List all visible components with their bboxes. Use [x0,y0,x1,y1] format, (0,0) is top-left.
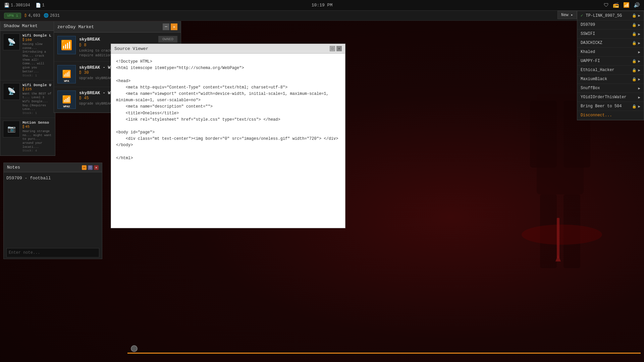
bottom-orange-line [127,353,641,354]
wifi-icon[interactable]: 📶 [623,2,630,8]
vpn-badge[interactable]: VPN 1 [4,13,21,19]
item-desc-3: Hearing strange no... might want to purc… [22,130,52,149]
btc-icon-item2: ₿ [22,87,24,92]
source-line-5: <meta name="viewport" content="width=dev… [116,91,340,104]
volume-icon[interactable]: 🔊 [634,2,640,8]
bottom-indicator [131,345,138,352]
item-info-2: Wifi Dongle U ₿ 225 Want the BEST of t..… [22,83,52,115]
shield-icon[interactable]: 🛡 [604,2,609,8]
checkmark-icon: ✓ [581,13,583,18]
wifi-name-1: D59709 [581,22,595,27]
source-line-10: <div class="mt text-center"><img border=… [116,136,340,142]
wifi-item-left-9: YOidIOrderThisWater [581,95,627,100]
notes-maximize-button[interactable]: □ [88,165,93,170]
notes-window: Notes — □ ✕ D59709 - football [3,163,102,259]
item-name-1: Wifi Dongle L [22,34,52,38]
btc-icon-1: ₿ [24,13,27,18]
wifi-icons-2: 🔒 ▶ [632,32,640,36]
source-viewer-title: Source Viewer [114,46,148,51]
list-item[interactable]: Bring Beer to 504 🔒 ▶ [577,102,644,111]
source-line-4: <meta http-equiv="Content-Type" content=… [116,84,340,91]
lock-icon-5: 🔒 [632,59,637,63]
list-item[interactable]: SSWIFI 🔒 ▶ [577,29,644,39]
item-stock-3: Stock: 4 [22,149,52,153]
list-item[interactable]: 📡 Wifi Dongle U ₿ 225 Want the BEST of t… [0,80,55,118]
notes-body: D59709 - football [4,172,102,246]
item-desc-2: Want the BEST of t... Level 3 Wifi Dongl… [22,92,52,112]
zd-item-icon-3: 📶 WPA2 [57,90,76,109]
shadow-market-title: Shadow Market [4,23,38,28]
wifi-icons-8: ▶ [638,86,640,90]
item-stock-1: Stock: 1 [22,74,52,77]
radio-icon[interactable]: 📻 [613,2,619,8]
notes-input-area[interactable] [4,246,102,259]
svg-point-0 [540,50,580,97]
svg-point-6 [522,225,602,245]
item-price-2: ₿ 225 [22,87,52,92]
lock-icon-6: 🔒 [632,68,637,72]
btc-icon-item3: ₿ [22,125,24,129]
source-line-9: <body id="page"> [116,129,340,136]
close-button-source[interactable]: ✕ [336,46,342,51]
wifi-name-7: MaxiumBlack [581,77,607,81]
item-name-3: Motion Senso [22,121,52,125]
item-info-3: Motion Senso ₿ 45 Hearing strange no... … [22,121,52,153]
notes-close-button[interactable]: ✕ [94,165,99,170]
notes-title: Notes [7,165,20,170]
item-price-3: ₿ 45 [22,125,52,129]
zeroday-window-controls: — ✕ [163,23,177,30]
owned-button[interactable]: OWNED [158,36,177,43]
list-item[interactable]: YOidIOrderThisWater ▶ [577,93,644,102]
wifi-item-left-6: Ethical_Hacker [581,68,614,72]
lock-icon-10: 🔒 [632,104,637,109]
source-viewer-window: Source Viewer □ ✕ <!Doctype HTML> <html … [111,44,345,228]
list-item[interactable]: 📷 Motion Senso ₿ 45 Hearing strange no..… [0,118,55,156]
system-bar-right: 🛡 📻 📶 🔊 [604,2,644,8]
maximize-button[interactable]: □ [330,46,335,51]
list-item[interactable]: SnuffBox ▶ [577,84,644,93]
wifi-icons-3: 🔒 ▶ [632,41,640,45]
notes-titlebar: Notes — □ ✕ [4,163,102,172]
list-item[interactable]: 📡 Wifi Dongle L ₿ 160 Having slow conne.… [0,31,55,80]
list-item[interactable]: D59709 🔒 ▶ [577,20,644,29]
wifi-name-0: TP-LINK_8907_5G [586,13,622,18]
system-files: 📄 1 [36,3,45,8]
close-button[interactable]: ✕ [171,23,177,30]
zd-item-icon-1: 📶 [57,36,76,54]
wifi-item-connected[interactable]: ✓ TP-LINK_8907_5G 🔒 ▶ [577,11,644,20]
btc-stat-1: ₿ 4,693 [24,13,40,18]
minimize-button[interactable]: — [163,23,169,30]
wifi-icons-4: ▶ [638,50,640,54]
source-line-8: <link rel="stylesheet" href="style.css" … [116,117,340,123]
signal-icon-0: ▶ [638,13,640,18]
item-image-2: 📡 [3,83,20,100]
signal-icon-8: ▶ [638,86,640,90]
zd-name-1: skyBREAK [79,37,100,42]
notes-input[interactable] [6,248,99,257]
wifi-icons-5: 🔒 ▶ [632,59,640,63]
wifi-item-left-3: DA3CHICKZ [581,41,602,45]
disconnect-button[interactable]: Disconnect... [577,111,644,120]
list-item[interactable]: UAPPY-FI 🔒 ▶ [577,57,644,66]
btc-stat-2: 🌐 2631 [44,13,60,18]
wifi-name-9: YOidIOrderThisWater [581,95,627,100]
list-item[interactable]: Khaled ▶ [577,48,644,57]
lock-icon-2: 🔒 [632,32,637,36]
notes-minimize-button[interactable]: — [82,165,87,170]
wifi-name-6: Ethical_Hacker [581,68,614,72]
signal-icon-6: ▶ [638,68,640,72]
file-icon: 📄 [36,3,41,8]
wifi-signal-icon: 📶 [61,40,72,51]
list-item[interactable]: MaxiumBlack 🔒 ▶ [577,75,644,84]
new-button[interactable]: New ▸ [557,11,577,19]
wifi-item-left-2: SSWIFI [581,32,595,36]
source-viewer-titlebar: Source Viewer □ ✕ [111,44,345,54]
wifi-item-left-4: Khaled [581,50,595,54]
shadow-market-titlebar: Shadow Market [0,21,55,31]
list-item[interactable]: Ethical_Hacker 🔒 ▶ [577,66,644,75]
wifi-name-8: SnuffBox [581,86,600,90]
list-item[interactable]: DA3CHICKZ 🔒 ▶ [577,39,644,48]
item-image-3: 📷 [3,121,20,137]
signal-icon-4: ▶ [638,50,640,54]
item-info-1: Wifi Dongle L ₿ 160 Having slow conne...… [22,34,52,77]
